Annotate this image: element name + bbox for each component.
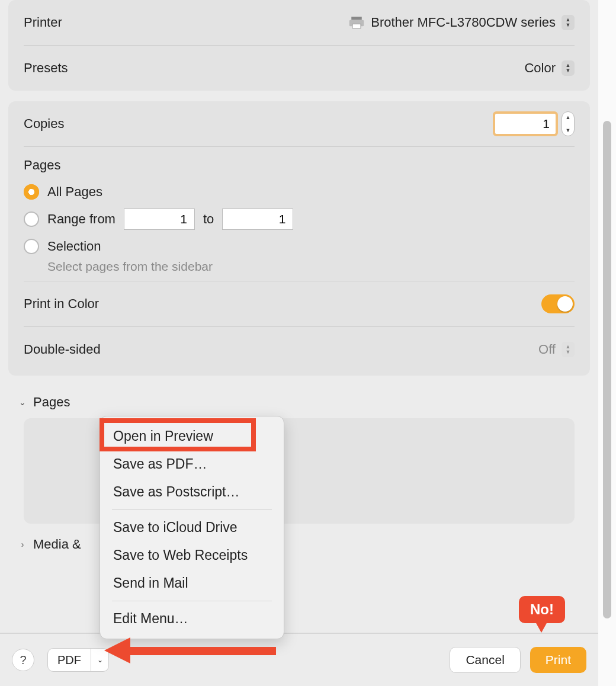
print-in-color-toggle[interactable]: [541, 294, 575, 313]
updown-icon: ▲▼: [562, 60, 575, 76]
print-dialog: Printer Brother MFC-L3780CDW series ▲▼ P…: [0, 0, 598, 686]
presets-value: Color: [524, 60, 556, 76]
radio-selected-icon[interactable]: [24, 184, 39, 200]
pdf-dropdown-button[interactable]: PDF ⌄: [47, 648, 109, 672]
presets-row[interactable]: Presets Color ▲▼: [24, 46, 575, 91]
pages-selection-row[interactable]: Selection: [24, 233, 575, 259]
svg-rect-2: [352, 24, 361, 28]
menu-open-in-preview[interactable]: Open in Preview: [100, 422, 284, 450]
pages-all-row[interactable]: All Pages: [24, 179, 575, 205]
menu-edit-menu[interactable]: Edit Menu…: [100, 605, 284, 633]
double-sided-row[interactable]: Double-sided Off ▲▼: [24, 327, 575, 372]
pages-range-row[interactable]: Range from to: [24, 205, 575, 233]
copies-input[interactable]: [493, 111, 558, 136]
chevron-down-icon: ⌄: [18, 398, 27, 407]
updown-icon: ▲▼: [562, 342, 575, 357]
media-section-label: Media &: [33, 537, 81, 552]
print-in-color-label: Print in Color: [24, 296, 99, 312]
pages-section-header[interactable]: ⌄ Pages: [0, 386, 598, 418]
menu-save-to-web-receipts[interactable]: Save to Web Receipts: [100, 541, 284, 569]
pages-section-label: Pages: [33, 395, 70, 410]
copies-stepper[interactable]: ▲▼: [562, 111, 575, 136]
pdf-menu: Open in Preview Save as PDF… Save as Pos…: [100, 416, 284, 639]
selection-label: Selection: [47, 239, 101, 254]
pages-all-label: All Pages: [47, 184, 102, 200]
scrollbar-track[interactable]: [598, 0, 616, 686]
radio-icon[interactable]: [24, 211, 39, 227]
annotation-no-bubble-tail: [535, 622, 547, 633]
bottom-bar: ? PDF ⌄ Cancel Print: [0, 633, 598, 686]
svg-rect-0: [352, 17, 362, 20]
cancel-button[interactable]: Cancel: [450, 647, 520, 673]
printer-row[interactable]: Printer Brother MFC-L3780CDW series ▲▼: [24, 0, 575, 45]
range-to-label: to: [203, 211, 214, 227]
menu-separator: [112, 509, 272, 510]
print-options-panel: Copies ▲▼ Pages All Pages Range from to …: [8, 101, 590, 376]
menu-save-as-postscript[interactable]: Save as Postscript…: [100, 478, 284, 506]
annotation-no-bubble: No!: [519, 596, 565, 623]
radio-icon[interactable]: [24, 239, 39, 254]
chevron-down-icon: ⌄: [91, 649, 108, 671]
printer-icon: [348, 16, 365, 29]
range-label: Range from: [47, 211, 116, 227]
scrollbar-thumb[interactable]: [603, 121, 611, 618]
pdf-label: PDF: [48, 653, 91, 667]
updown-icon: ▲▼: [562, 15, 575, 30]
printer-value: Brother MFC-L3780CDW series: [371, 15, 556, 30]
range-from-input[interactable]: [124, 209, 195, 230]
double-sided-label: Double-sided: [24, 342, 101, 357]
media-section-header[interactable]: › Media &: [0, 533, 598, 560]
print-button[interactable]: Print: [530, 647, 586, 673]
double-sided-value: Off: [538, 342, 556, 357]
copies-label: Copies: [24, 116, 64, 132]
menu-separator: [112, 601, 272, 601]
range-to-input[interactable]: [222, 209, 293, 230]
menu-save-to-icloud[interactable]: Save to iCloud Drive: [100, 514, 284, 541]
print-in-color-row: Print in Color: [24, 281, 575, 326]
help-button[interactable]: ?: [12, 649, 34, 671]
help-icon: ?: [20, 653, 26, 667]
selection-hint: Select pages from the sidebar: [24, 259, 575, 281]
printer-label: Printer: [24, 15, 62, 30]
menu-save-as-pdf[interactable]: Save as PDF…: [100, 450, 284, 478]
menu-send-in-mail[interactable]: Send in Mail: [100, 569, 284, 597]
printer-presets-panel: Printer Brother MFC-L3780CDW series ▲▼ P…: [8, 0, 590, 91]
pages-label: Pages: [24, 147, 575, 179]
chevron-right-icon: ›: [18, 540, 27, 549]
presets-label: Presets: [24, 60, 68, 76]
copies-row: Copies ▲▼: [24, 101, 575, 146]
